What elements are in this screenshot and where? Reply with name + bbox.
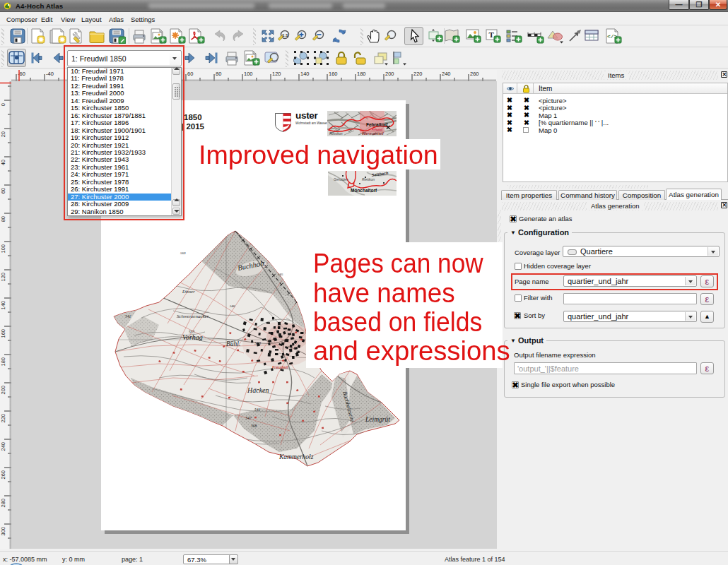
svg-text:Kammerholz: Kammerholz	[278, 453, 314, 460]
svg-text:541: 541	[254, 408, 261, 412]
svg-text:555: 555	[189, 330, 195, 334]
svg-text:Mönchaltorf: Mönchaltorf	[351, 188, 377, 193]
svg-text:260: 260	[470, 71, 479, 77]
svg-text:Schwerzenacker: Schwerzenacker	[177, 314, 209, 319]
svg-text:Wermatswil: Wermatswil	[362, 131, 384, 136]
svg-text:Fehraltorf: Fehraltorf	[366, 122, 388, 127]
svg-text:80: 80	[0, 216, 6, 222]
svg-text:585: 585	[278, 273, 283, 276]
svg-text:368: 368	[250, 424, 257, 428]
svg-text:546: 546	[230, 304, 235, 308]
svg-text:347: 347	[245, 416, 252, 420]
svg-text:140: 140	[300, 71, 310, 77]
svg-text:Bühl.: Bühl.	[226, 340, 240, 347]
svg-text:240: 240	[442, 71, 451, 77]
svg-text:60: 60	[0, 188, 6, 194]
svg-text:T: T	[489, 30, 495, 39]
svg-text:560: 560	[180, 251, 186, 255]
svg-text:180: 180	[357, 71, 366, 77]
svg-text:120: 120	[0, 273, 6, 282]
svg-text:200: 200	[0, 386, 6, 395]
svg-text:Dinser: Dinser	[182, 289, 195, 294]
svg-text:100: 100	[244, 71, 253, 77]
svg-text:550: 550	[254, 341, 261, 345]
svg-text:-40: -40	[46, 71, 54, 77]
svg-text:541: 541	[125, 314, 131, 319]
svg-text:40: 40	[0, 160, 6, 165]
svg-text:160: 160	[0, 329, 6, 338]
svg-text:220: 220	[413, 71, 423, 77]
svg-text:160: 160	[329, 71, 338, 77]
svg-text:Freudwil: Freudwil	[272, 365, 288, 369]
svg-text:Gerolden: Gerolden	[334, 177, 348, 182]
svg-text:Russikon: Russikon	[329, 132, 343, 136]
svg-text:260: 260	[0, 470, 6, 480]
svg-text:300: 300	[0, 527, 6, 536]
svg-text:220: 220	[0, 414, 6, 423]
svg-text:120: 120	[272, 71, 281, 77]
svg-text:0: 0	[0, 103, 6, 106]
svg-text:100: 100	[0, 244, 6, 254]
svg-text:280: 280	[0, 499, 6, 508]
svg-text:240: 240	[0, 442, 6, 451]
svg-text:Freudwil: Freudwil	[372, 128, 382, 131]
svg-text:200: 200	[385, 71, 394, 77]
svg-text:Vorhag: Vorhag	[182, 333, 203, 341]
svg-text:Hacken: Hacken	[247, 386, 269, 394]
svg-text:60: 60	[187, 71, 193, 77]
svg-text:140: 140	[0, 301, 6, 310]
svg-text:Leimgrüt: Leimgrüt	[365, 416, 390, 423]
svg-text:20: 20	[0, 131, 6, 137]
svg-text:Rietikon: Rietikon	[362, 177, 375, 182]
svg-text:180: 180	[0, 357, 6, 367]
svg-text:80: 80	[216, 71, 221, 77]
svg-text:1:1: 1:1	[282, 33, 288, 37]
